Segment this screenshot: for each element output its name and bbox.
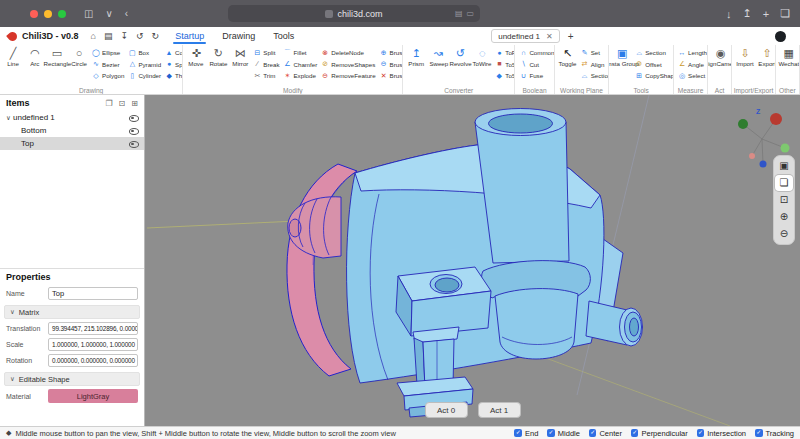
ribbon-button-mirror[interactable]: ⋈Mirror xyxy=(229,46,251,68)
tab-overview-icon[interactable]: ❏ xyxy=(780,7,790,20)
ribbon-button-fillet[interactable]: ⌒Fillet xyxy=(282,47,318,59)
ribbon-button-trim[interactable]: ✂Trim xyxy=(252,70,280,82)
rotation-input[interactable]: 0.000000, 0.000000, 0.000000 xyxy=(48,354,138,367)
editable-shape-section-header[interactable]: ∨ Editable Shape xyxy=(4,372,140,386)
ribbon-button-section[interactable]: ⌓Section xyxy=(634,47,674,59)
ribbon-button-chamfer[interactable]: ∠Chamfer xyxy=(282,59,318,71)
material-button[interactable]: LightGray xyxy=(48,389,138,403)
chevron-down-icon[interactable]: ∨ xyxy=(105,9,112,19)
ribbon-button-cone[interactable]: ▲Cone xyxy=(164,47,183,59)
address-bar[interactable]: chili3d.com ▤ ▭ xyxy=(228,5,480,22)
new-folder-icon[interactable]: ❐ xyxy=(105,99,112,108)
tree-item-top[interactable]: Top xyxy=(0,137,144,150)
download-icon[interactable]: ↧ xyxy=(120,32,128,41)
ribbon-button-toshell[interactable]: ■ToShell xyxy=(494,59,515,71)
viewport-button-act-1[interactable]: Act 1 xyxy=(478,402,521,418)
ribbon-button-sweep[interactable]: ↝Sweep xyxy=(427,46,449,68)
ribbon-button-move[interactable]: ✜Move xyxy=(185,46,207,68)
share-icon[interactable]: ↥ xyxy=(742,7,751,20)
ribbon-button-tosolid[interactable]: ◆ToSolid xyxy=(494,70,515,82)
new-tab-icon[interactable]: + xyxy=(763,8,769,20)
new-group-icon[interactable]: ⊡ xyxy=(119,99,126,108)
github-icon[interactable] xyxy=(775,31,786,42)
snap-end[interactable]: ✓End xyxy=(514,429,538,438)
ribbon-button-deletenode[interactable]: ⊗DeleteNode xyxy=(320,47,376,59)
close-window-button[interactable] xyxy=(30,10,38,18)
ribbon-button-length[interactable]: ↔Length xyxy=(677,47,708,59)
ribbon-button-bezier[interactable]: ∿Bezier xyxy=(91,59,125,71)
ribbon-button-copyshape[interactable]: ⊞CopyShape xyxy=(634,70,674,82)
ribbon-button-ellipse[interactable]: ◯Ellipse xyxy=(91,47,125,59)
ribbon-button-break[interactable]: ∕Break xyxy=(252,59,280,71)
ribbon-button-wechat[interactable]: ▦Wechat xyxy=(778,46,800,68)
ribbon-button-section[interactable]: ⌓Section xyxy=(580,70,610,82)
ribbon-button-revolve[interactable]: ↺Revolve xyxy=(449,46,471,68)
ribbon-button-prism[interactable]: ↥Prism xyxy=(405,46,427,68)
matrix-section-header[interactable]: ∨Matrix xyxy=(4,305,140,319)
ribbon-button-towire[interactable]: ◌ToWire xyxy=(471,46,493,68)
viewport-button-act-0[interactable]: Act 0 xyxy=(425,402,468,418)
zoom-in-button[interactable]: ⊕ xyxy=(775,209,793,225)
document-tab[interactable]: undefined 1 ✕ xyxy=(491,29,560,43)
ribbon-button-thicksolid[interactable]: ◆ThickSolid xyxy=(164,70,183,82)
snap-intersection[interactable]: ✓Intersection xyxy=(697,429,746,438)
snap-center[interactable]: ✓Center xyxy=(589,429,622,438)
menu-tab-startup[interactable]: Startup xyxy=(173,29,206,43)
back-icon[interactable]: ‹ xyxy=(125,9,128,19)
snap-middle[interactable]: ✓Middle xyxy=(547,429,580,438)
name-input[interactable]: Top xyxy=(48,287,138,300)
snap-perpendicular[interactable]: ✓Perpendicular xyxy=(631,429,688,438)
ribbon-button-select[interactable]: ◎Select xyxy=(677,70,708,82)
ribbon-button-common[interactable]: ∩Common xyxy=(518,47,554,59)
ribbon-button-box[interactable]: ▢Box xyxy=(127,47,162,59)
ribbon-button-cylinder[interactable]: ▯Cylinder xyxy=(127,70,162,82)
ribbon-button-brushclear[interactable]: ✕BrushClear xyxy=(379,70,404,82)
ribbon-button-removefeature[interactable]: ⊖RemoveFeature xyxy=(320,70,376,82)
ribbon-button-export[interactable]: ⇧Export xyxy=(756,46,776,68)
face-select-button[interactable]: ❏ xyxy=(775,175,793,191)
expand-all-icon[interactable]: ⊞ xyxy=(131,99,138,108)
new-document-button[interactable]: + xyxy=(568,31,574,42)
ribbon-button-align[interactable]: ⇄Align xyxy=(580,59,610,71)
ribbon-button-set[interactable]: ✎Set xyxy=(580,47,610,59)
zoom-out-button[interactable]: ⊖ xyxy=(775,226,793,242)
ribbon-button-polygon[interactable]: ◇Polygon xyxy=(91,70,125,82)
ribbon-button-brushremove[interactable]: ⊖BrushRemove xyxy=(379,59,404,71)
ribbon-button-explode[interactable]: ✶Explode xyxy=(282,70,318,82)
ribbon-button-angle[interactable]: ∠Angle xyxy=(677,59,708,71)
ribbon-button-split[interactable]: ⊟Split xyxy=(252,47,280,59)
save-icon[interactable]: ▤ xyxy=(104,32,113,41)
home-icon[interactable]: ⌂ xyxy=(91,32,96,41)
ribbon-button-removeshapes[interactable]: ⊘RemoveShapes xyxy=(320,59,376,71)
ribbon-button-brushadd[interactable]: ⊕BrushAdd xyxy=(379,47,404,59)
ribbon-button-rectangle[interactable]: ▭Rectangle xyxy=(46,46,68,68)
display-icon[interactable]: ▭ xyxy=(466,9,474,18)
ribbon-button-line[interactable]: ╱Line xyxy=(2,46,24,68)
close-document-icon[interactable]: ✕ xyxy=(546,32,553,41)
menu-tab-drawing[interactable]: Drawing xyxy=(220,29,257,43)
minimize-window-button[interactable] xyxy=(44,10,52,18)
visibility-eye-icon[interactable] xyxy=(128,139,138,148)
menu-tab-tools[interactable]: Tools xyxy=(271,29,296,43)
tree-item-bottom[interactable]: Bottom xyxy=(0,124,144,137)
visibility-eye-icon[interactable] xyxy=(128,113,138,122)
ribbon-button-circle[interactable]: ○Circle xyxy=(68,46,90,68)
viewport-canvas[interactable]: Z ▣ ❏ ⊡ ⊕ ⊖ Act 0Act 1 xyxy=(145,95,800,426)
downloads-icon[interactable]: ↓ xyxy=(726,8,732,20)
front-boss[interactable] xyxy=(396,267,491,336)
tree-item-undefined-1[interactable]: ∨undefined 1 xyxy=(0,111,144,124)
ribbon-button-cut[interactable]: ∖Cut xyxy=(518,59,554,71)
fullscreen-window-button[interactable] xyxy=(58,10,66,18)
ribbon-button-sphere[interactable]: ●Sphere xyxy=(164,59,183,71)
ribbon-button-toface[interactable]: ●ToFace xyxy=(494,47,515,59)
expand-chevron-icon[interactable]: ∨ xyxy=(4,114,13,122)
ribbon-button-insta-group[interactable]: ▣Insta Group xyxy=(611,46,633,68)
ribbon-button-import[interactable]: ⇩Import xyxy=(734,46,756,68)
ribbon-button-toggle[interactable]: ↖Toggle xyxy=(557,46,579,68)
ribbon-button-rotate[interactable]: ↻Rotate xyxy=(207,46,229,68)
ribbon-button-fuse[interactable]: ∪Fuse xyxy=(518,70,554,82)
redo-icon[interactable]: ↻ xyxy=(152,32,160,41)
scale-input[interactable]: 1.000000, 1.000000, 1.000000 xyxy=(48,338,138,351)
view-cube-button[interactable]: ▣ xyxy=(775,158,793,174)
snap-tracking[interactable]: ✓Tracking xyxy=(755,429,794,438)
